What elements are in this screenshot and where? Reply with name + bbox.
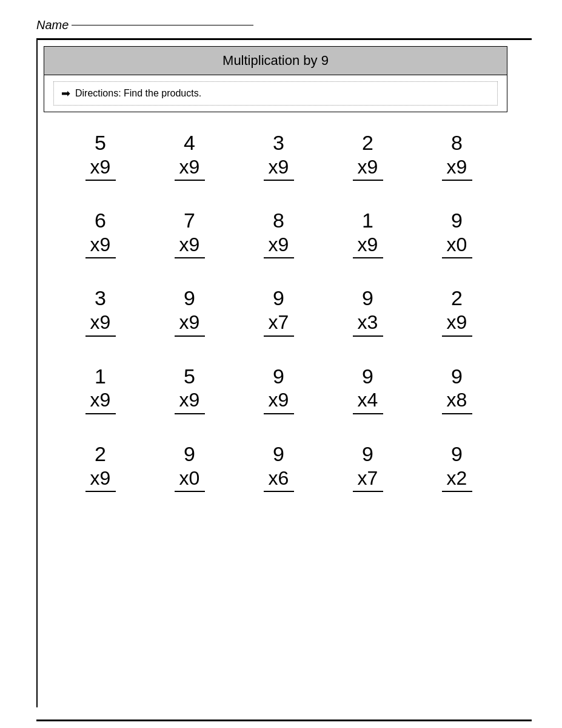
top-number-r1-c1: 7: [184, 208, 195, 233]
problem-cell-r0-c4: 8x9: [412, 118, 501, 196]
bottom-number-r3-c3: x4: [353, 388, 383, 414]
top-number-r3-c2: 9: [273, 364, 284, 389]
problems-grid: 5x94x93x92x98x96x97x98x91x99x03x99x99x79…: [44, 112, 513, 519]
bottom-number-r2-c2: x7: [264, 311, 294, 336]
top-number-r4-c0: 2: [95, 442, 106, 467]
problem-cell-r4-c0: 2x9: [56, 430, 145, 507]
top-number-r2-c4: 2: [451, 286, 463, 311]
bottom-number-r1-c1: x9: [175, 233, 205, 258]
bottom-number-r2-c4: x9: [442, 311, 472, 336]
bottom-number-r2-c1: x9: [175, 311, 205, 336]
bottom-number-r0-c4: x9: [442, 155, 472, 181]
problem-cell-r0-c1: 4x9: [145, 118, 234, 196]
content-box: Multiplication by 9 ➡ Directions: Find t…: [44, 46, 507, 112]
bottom-number-r1-c3: x9: [353, 233, 383, 258]
name-underline[interactable]: [72, 25, 253, 25]
problem-cell-r2-c1: 9x9: [145, 274, 234, 351]
top-number-r1-c3: 1: [362, 208, 373, 233]
problem-cell-r1-c3: 1x9: [323, 196, 412, 274]
bottom-number-r0-c1: x9: [175, 155, 205, 181]
top-number-r4-c2: 9: [273, 442, 284, 467]
bottom-number-r4-c2: x6: [264, 467, 294, 492]
problem-cell-r2-c4: 2x9: [412, 274, 501, 351]
problem-cell-r3-c3: 9x4: [323, 352, 412, 430]
problem-cell-r0-c0: 5x9: [56, 118, 145, 196]
bottom-number-r1-c0: x9: [85, 233, 116, 258]
bottom-number-r4-c1: x0: [175, 467, 205, 492]
bottom-border: [36, 720, 532, 721]
top-number-r0-c3: 2: [362, 130, 373, 155]
directions-text: Directions: Find the products.: [75, 88, 201, 99]
problem-cell-r0-c2: 3x9: [234, 118, 323, 196]
problem-cell-r1-c2: 8x9: [234, 196, 323, 274]
problem-cell-r1-c0: 6x9: [56, 196, 145, 274]
worksheet-page: Name Multiplication by 9 ➡ Directions: F…: [0, 0, 562, 728]
top-number-r2-c1: 9: [184, 286, 195, 311]
name-section: Name: [36, 18, 532, 32]
top-number-r2-c2: 9: [273, 286, 284, 311]
top-number-r2-c3: 9: [362, 286, 373, 311]
bottom-number-r0-c2: x9: [264, 155, 294, 181]
problem-cell-r4-c3: 9x7: [323, 430, 412, 507]
top-number-r1-c4: 9: [451, 208, 463, 233]
problem-cell-r1-c4: 9x0: [412, 196, 501, 274]
top-number-r3-c4: 9: [451, 364, 463, 389]
top-number-r4-c4: 9: [451, 442, 463, 467]
top-number-r4-c1: 9: [184, 442, 195, 467]
worksheet-title: Multiplication by 9: [44, 47, 507, 75]
top-number-r1-c0: 6: [95, 208, 106, 233]
top-number-r0-c4: 8: [451, 130, 463, 155]
bottom-number-r4-c3: x7: [353, 467, 383, 492]
top-number-r3-c0: 1: [95, 364, 106, 389]
top-number-r3-c3: 9: [362, 364, 373, 389]
bottom-number-r3-c2: x9: [264, 388, 294, 414]
arrow-icon: ➡: [61, 87, 70, 100]
problem-cell-r4-c1: 9x0: [145, 430, 234, 507]
bottom-number-r1-c4: x0: [442, 233, 472, 258]
top-number-r0-c1: 4: [184, 130, 195, 155]
top-number-r1-c2: 8: [273, 208, 284, 233]
bottom-number-r1-c2: x9: [264, 233, 294, 258]
bottom-number-r4-c4: x2: [442, 467, 472, 492]
top-number-r2-c0: 3: [95, 286, 106, 311]
directions-box: ➡ Directions: Find the products.: [53, 81, 498, 106]
problem-cell-r3-c2: 9x9: [234, 352, 323, 430]
problem-cell-r2-c3: 9x3: [323, 274, 412, 351]
bottom-number-r3-c4: x8: [442, 388, 472, 414]
top-number-r0-c0: 5: [95, 130, 106, 155]
problem-cell-r3-c0: 1x9: [56, 352, 145, 430]
bottom-number-r2-c0: x9: [85, 311, 116, 336]
problem-cell-r3-c4: 9x8: [412, 352, 501, 430]
name-label: Name: [36, 18, 69, 32]
bottom-number-r3-c0: x9: [85, 388, 116, 414]
bottom-number-r0-c0: x9: [85, 155, 116, 181]
problem-cell-r2-c2: 9x7: [234, 274, 323, 351]
bottom-number-r3-c1: x9: [175, 388, 205, 414]
bottom-number-r2-c3: x3: [353, 311, 383, 336]
top-number-r0-c2: 3: [273, 130, 284, 155]
problem-cell-r2-c0: 3x9: [56, 274, 145, 351]
problem-cell-r4-c4: 9x2: [412, 430, 501, 507]
problem-cell-r3-c1: 5x9: [145, 352, 234, 430]
problem-cell-r0-c3: 2x9: [323, 118, 412, 196]
problem-cell-r4-c2: 9x6: [234, 430, 323, 507]
top-number-r4-c3: 9: [362, 442, 373, 467]
bottom-number-r0-c3: x9: [353, 155, 383, 181]
top-number-r3-c1: 5: [184, 364, 195, 389]
problem-cell-r1-c1: 7x9: [145, 196, 234, 274]
bottom-number-r4-c0: x9: [85, 467, 116, 492]
